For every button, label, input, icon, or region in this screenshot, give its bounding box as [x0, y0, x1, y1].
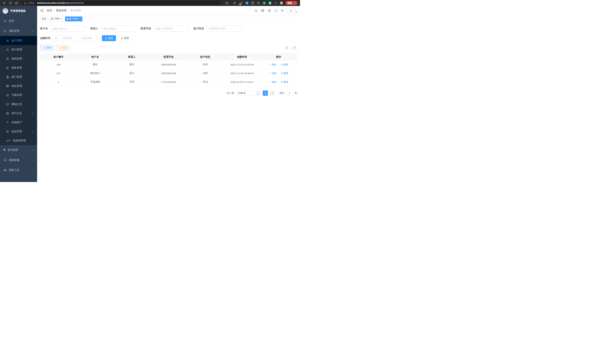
star-icon: [233, 1, 236, 4]
page-number-button[interactable]: 1: [263, 91, 268, 96]
tenant-name-input[interactable]: [50, 26, 85, 32]
security-label[interactable]: 不安全: [28, 1, 34, 5]
sidebar-collapse-button[interactable]: [40, 9, 44, 12]
cell-operations: 修改 删除: [260, 78, 297, 86]
edit-link[interactable]: 修改: [269, 72, 277, 75]
browser-reload-button[interactable]: [8, 0, 13, 5]
sidebar-item-role[interactable]: 角色管理: [0, 54, 37, 63]
tab-close-icon[interactable]: ×: [61, 18, 62, 20]
sidebar-item-user[interactable]: 用户管理: [0, 45, 37, 54]
browser-home-button[interactable]: [14, 0, 19, 5]
extension-ring-icon[interactable]: [251, 1, 254, 5]
sidebar-item-menu[interactable]: 菜单管理: [0, 63, 37, 72]
toolbar-row: 新增 导出: [40, 45, 297, 51]
extension-green-y-icon[interactable]: y: [262, 1, 266, 5]
delete-link[interactable]: 删除: [281, 80, 288, 84]
sidebar-item-dict[interactable]: 字典管理: [0, 91, 37, 100]
breadcrumb-system[interactable]: 系统管理: [56, 9, 66, 12]
extension-chat-icon[interactable]: ▣: [268, 1, 272, 5]
date-end-placeholder[interactable]: 结束日期: [79, 37, 95, 40]
browser-menu-icon[interactable]: ⋮: [293, 2, 296, 4]
next-page-button[interactable]: [270, 91, 275, 96]
export-button[interactable]: 导出: [56, 45, 70, 51]
tab-home[interactable]: 首页: [40, 17, 48, 21]
page-url[interactable]: dashboard.yudao.iocoder.cn/system/tenant: [37, 2, 84, 4]
sidebar-item-dev-tools[interactable]: 研发工具: [0, 165, 37, 175]
cell-tenant-name: 芋道源码: [77, 78, 113, 86]
sidebar-item-home[interactable]: 首页: [0, 16, 37, 26]
font-size-button[interactable]: TT: [281, 9, 284, 12]
sidebar-item-tenant[interactable]: 租户管理: [0, 36, 37, 45]
delete-link[interactable]: 删除: [281, 63, 288, 66]
date-start-placeholder[interactable]: 开始日期: [59, 37, 75, 40]
extensions-button[interactable]: 10: [240, 1, 243, 5]
sidebar-item-notice[interactable]: 通知公告: [0, 100, 37, 109]
edit-pencil-icon: [269, 81, 271, 83]
sidebar-item-post[interactable]: 岗位管理: [0, 82, 37, 91]
tab-dept[interactable]: 部门管理 ×: [49, 17, 64, 21]
status-label: 租户状态: [194, 27, 204, 30]
column-header: 租户状态: [187, 54, 224, 60]
sidebar-logo[interactable]: 芋道管理系统: [0, 6, 37, 16]
header-search-button[interactable]: [254, 9, 258, 12]
tab-tenant[interactable]: 租户管理 ×: [65, 17, 83, 21]
refresh-icon: [293, 47, 296, 49]
extension-puzzle-icon[interactable]: ＋: [274, 1, 277, 5]
cell-status: 关闭: [187, 69, 224, 78]
date-range-picker[interactable]: 开始日期 - 结束日期: [53, 35, 97, 41]
sidebar-item-label: 首页: [9, 19, 14, 23]
sidebar-item-online-users[interactable]: 在线用户: [0, 118, 37, 127]
id-badge-icon: [6, 84, 9, 88]
status-select[interactable]: 请选择租户状态: [206, 26, 242, 32]
sidebar-item-system[interactable]: 系统管理: [0, 26, 37, 36]
search-button[interactable]: 搜索: [102, 35, 116, 41]
share-button[interactable]: [224, 0, 229, 5]
page-size-select[interactable]: 10条/页: [236, 91, 254, 96]
trash-icon: [281, 81, 283, 83]
tab-active-dot: [67, 18, 68, 20]
table-header-row: 租户编号 租户名 联系人 联系手机 租户状态 创建时间 操作: [40, 54, 297, 60]
search-icon: [105, 37, 107, 39]
phone-input[interactable]: [153, 26, 189, 32]
edit-link[interactable]: 修改: [269, 80, 277, 84]
sidebar-item-error-code[interactable]: </> 错误码管理: [0, 136, 37, 145]
tags-view-bar: 首页 部门管理 × 租户管理 ×: [37, 15, 300, 23]
gear-icon: [3, 29, 7, 32]
help-button[interactable]: [268, 9, 271, 12]
edit-link[interactable]: 修改: [269, 63, 277, 66]
fullscreen-button[interactable]: [274, 9, 278, 12]
refresh-table-button[interactable]: [291, 45, 297, 51]
toggle-search-button[interactable]: [284, 45, 290, 51]
sidebar-item-label: 租户管理: [11, 39, 22, 42]
user-menu[interactable]: ▾: [287, 8, 297, 13]
prev-page-button[interactable]: [256, 91, 261, 96]
sidebar-item-dept[interactable]: 部门管理: [0, 72, 37, 82]
github-link[interactable]: [261, 9, 264, 12]
reset-button[interactable]: 重置: [118, 35, 132, 41]
goto-page-input[interactable]: [286, 91, 293, 96]
sidebar-item-audit-log[interactable]: 审计日志: [0, 109, 37, 118]
breadcrumb-home[interactable]: 首页: [47, 9, 52, 12]
add-button[interactable]: 新增: [40, 45, 54, 51]
browser-back-button[interactable]: [2, 0, 7, 5]
tenant-table: 租户编号 租户名 联系人 联系手机 租户状态 创建时间 操作 108 测试 测试: [40, 53, 297, 86]
address-bar[interactable]: 不安全 dashboard.yudao.iocoder.cn/system/te…: [21, 1, 221, 5]
sidebar-item-label: 岗位管理: [11, 84, 22, 88]
sidebar-item-label: 角色管理: [11, 57, 22, 60]
delete-link[interactable]: 删除: [281, 72, 288, 75]
extension-dark-icon[interactable]: [257, 1, 260, 5]
chevron-down-icon: [32, 159, 34, 161]
sidebar-item-infrastructure[interactable]: 基础设施: [0, 155, 37, 165]
update-button[interactable]: 更新 ⋮: [286, 1, 297, 5]
extension-blue-icon[interactable]: [245, 1, 249, 5]
sidebar-item-label: 菜单管理: [11, 66, 22, 70]
bookmark-button[interactable]: [232, 0, 237, 5]
sidebar-item-sms[interactable]: 短信管理: [0, 127, 37, 136]
search-button-label: 搜索: [108, 37, 113, 40]
sidebar-item-payment[interactable]: ¥ 支付管理: [0, 145, 37, 155]
contact-input[interactable]: [101, 26, 136, 32]
cell-created: 2021-12-14 21:02:09: [224, 60, 260, 69]
monitor-icon: [3, 159, 7, 162]
profile-avatar-icon[interactable]: [280, 1, 283, 5]
tab-close-icon[interactable]: ×: [79, 18, 81, 20]
